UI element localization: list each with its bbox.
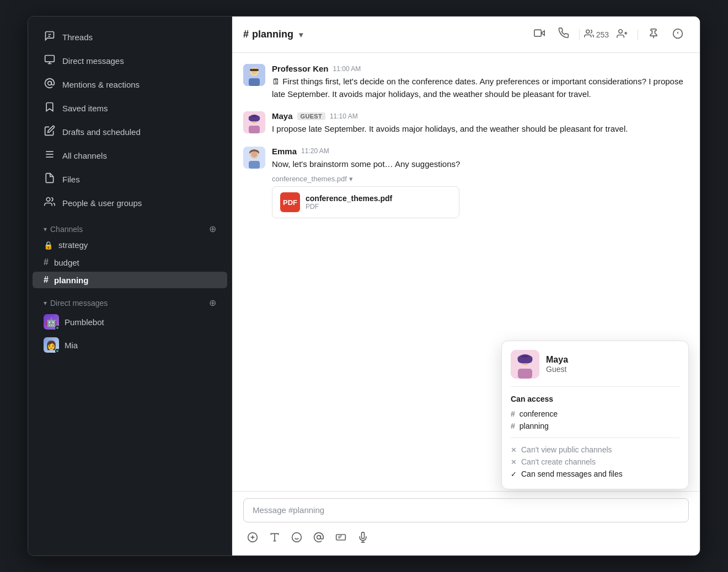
strategy-channel-label: strategy xyxy=(58,240,88,250)
add-channel-icon[interactable]: ⊕ xyxy=(209,224,216,234)
info-button[interactable] xyxy=(667,25,689,44)
popup-can-access-title: Can access xyxy=(511,395,679,403)
mic-button[interactable] xyxy=(354,528,372,547)
mention-button[interactable] xyxy=(309,528,328,547)
sidebar-item-threads-label: Threads xyxy=(62,33,93,42)
channels-section-label: Channels xyxy=(50,225,83,234)
popup-channel-conference: # conference xyxy=(511,408,679,420)
popup-permission-1: ✕ Can't view public channels xyxy=(511,444,679,456)
budget-channel-label: budget xyxy=(54,258,79,267)
popup-channel-2-name: planning xyxy=(520,422,549,430)
popup-hash-2-icon: # xyxy=(511,422,515,430)
svg-rect-28 xyxy=(249,126,260,133)
sidebar-item-files-label: Files xyxy=(62,175,80,184)
sidebar-item-strategy[interactable]: 🔒 strategy xyxy=(33,237,227,253)
popup-hash-1-icon: # xyxy=(511,409,515,418)
channels-section-header[interactable]: ▾ Channels ⊕ xyxy=(33,217,227,236)
sidebar-item-drafts[interactable]: Drafts and scheduled xyxy=(33,121,227,143)
sidebar: Threads Direct messages Mentions & react… xyxy=(28,17,232,555)
message-2-header: Maya GUEST 11:10 AM xyxy=(272,111,689,121)
svg-rect-2 xyxy=(45,56,55,62)
threads-icon xyxy=(44,30,56,44)
sidebar-item-planning[interactable]: # planning xyxy=(33,272,227,288)
svg-point-41 xyxy=(317,536,321,539)
add-member-button[interactable] xyxy=(611,25,633,44)
svg-rect-24 xyxy=(250,69,259,71)
pdf-toggle[interactable]: conference_themes.pdf ▾ xyxy=(272,175,689,183)
hash-budget-icon: # xyxy=(44,257,49,267)
format-text-button[interactable] xyxy=(265,528,284,547)
sidebar-item-mentions[interactable]: Mentions & reactions xyxy=(33,73,227,96)
sidebar-item-budget[interactable]: # budget xyxy=(33,254,227,271)
pdf-section: conference_themes.pdf ▾ PDF conference_t… xyxy=(272,175,689,218)
video-button[interactable] xyxy=(528,24,550,45)
sidebar-item-people[interactable]: People & user groups xyxy=(33,192,227,214)
message-1: Professor Ken 11:00 AM 🗓 First things fi… xyxy=(243,64,689,100)
sidebar-item-saved-label: Saved items xyxy=(62,104,108,113)
pdf-toggle-chevron-icon: ▾ xyxy=(349,175,353,183)
pdf-type: PDF xyxy=(306,203,392,211)
avatar-professor-ken xyxy=(243,64,265,86)
sidebar-item-files[interactable]: Files xyxy=(33,168,227,191)
message-3: Emma 11:20 AM Now, let's brainstorm some… xyxy=(243,147,689,219)
message-input-area: Message #planning xyxy=(232,491,700,555)
all-channels-icon xyxy=(44,149,56,163)
sidebar-item-all-channels[interactable]: All channels xyxy=(33,144,227,167)
message-2-author: Maya xyxy=(272,111,293,121)
popup-permission-2-label: Can't create channels xyxy=(521,457,596,466)
popup-permission-3: ✓ Can send messages and files xyxy=(511,468,679,480)
header-actions: 253 xyxy=(528,24,689,45)
sidebar-item-dm-label: Direct messages xyxy=(62,56,124,66)
add-attachment-button[interactable] xyxy=(243,528,262,547)
member-count[interactable]: 253 xyxy=(584,29,609,40)
guest-badge: GUEST xyxy=(297,112,325,120)
emoji-button[interactable] xyxy=(287,528,306,547)
files-icon xyxy=(44,172,56,186)
sidebar-item-saved[interactable]: Saved items xyxy=(33,97,227,120)
pdf-info: conference_themes.pdf PDF xyxy=(306,194,392,211)
message-2-content: Maya GUEST 11:10 AM I propose late Septe… xyxy=(272,111,689,136)
member-count-value: 253 xyxy=(596,30,609,39)
popup-channel-1-name: conference xyxy=(520,409,558,418)
pumblebot-label: Pumblebot xyxy=(65,317,104,327)
message-1-text: 🗓 First things first, let's decide on th… xyxy=(272,75,689,100)
svg-point-31 xyxy=(251,151,258,157)
popup-divider xyxy=(511,438,679,438)
message-1-time: 11:00 AM xyxy=(333,65,361,73)
pin-button[interactable] xyxy=(643,25,665,44)
add-dm-icon[interactable]: ⊕ xyxy=(209,298,216,308)
add-member-icon xyxy=(617,28,628,41)
svg-rect-32 xyxy=(249,161,260,169)
svg-point-13 xyxy=(619,30,623,34)
sidebar-item-threads[interactable]: Threads xyxy=(33,26,227,48)
svg-point-5 xyxy=(48,82,52,85)
user-popup: Maya Guest Can access # conference # pla… xyxy=(501,341,689,489)
popup-channel-planning: # planning xyxy=(511,420,679,432)
message-3-header: Emma 11:20 AM xyxy=(272,147,689,156)
svg-marker-10 xyxy=(541,31,544,35)
message-3-content: Emma 11:20 AM Now, let's brainstorm some… xyxy=(272,147,689,219)
gif-button[interactable] xyxy=(331,528,350,547)
pin-icon xyxy=(648,28,659,41)
pdf-icon: PDF xyxy=(280,192,300,212)
avatar-emma xyxy=(243,147,265,169)
sidebar-item-all-channels-label: All channels xyxy=(62,151,107,160)
dm-section-header[interactable]: ▾ Direct messages ⊕ xyxy=(33,291,227,310)
pdf-attachment[interactable]: PDF conference_themes.pdf PDF xyxy=(272,186,459,218)
popup-permission-3-label: Can send messages and files xyxy=(521,470,623,478)
sidebar-item-drafts-label: Drafts and scheduled xyxy=(62,127,141,137)
message-3-time: 11:20 AM xyxy=(301,147,329,155)
input-toolbar xyxy=(243,528,689,547)
message-input-placeholder[interactable]: Message #planning xyxy=(243,498,689,522)
dm-item-pumblebot[interactable]: 🤖 Pumblebot xyxy=(33,311,227,333)
header-divider-2 xyxy=(638,29,638,40)
drafts-icon xyxy=(44,125,56,139)
message-1-header: Professor Ken 11:00 AM xyxy=(272,64,689,73)
sidebar-item-direct-messages[interactable]: Direct messages xyxy=(33,50,227,72)
dm-chevron-icon: ▾ xyxy=(44,299,47,307)
popup-user-role: Guest xyxy=(546,365,568,374)
message-1-content: Professor Ken 11:00 AM 🗓 First things fi… xyxy=(272,64,689,100)
phone-button[interactable] xyxy=(553,24,575,45)
dm-item-mia[interactable]: 👩 Mia xyxy=(33,334,227,356)
channel-title[interactable]: # planning ▾ xyxy=(243,29,303,40)
